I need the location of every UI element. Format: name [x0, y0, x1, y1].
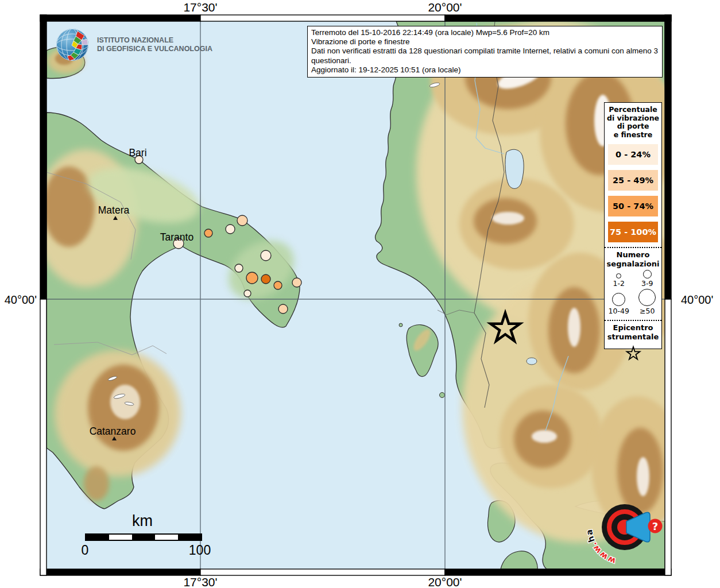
- axis-label-top-left: 17°30': [166, 1, 235, 14]
- felt-report-point: [235, 264, 243, 272]
- legend-class-2: 50 - 74%: [608, 196, 658, 216]
- legend-divider: [605, 247, 661, 248]
- felt-report-point: [244, 290, 251, 297]
- scale-bar: km 0 100: [73, 512, 211, 558]
- legend-pct-title: Percentuale: [605, 106, 661, 114]
- legend-class-3: 75 - 100%: [608, 222, 658, 242]
- ingv-name-line1: ISTITUTO NAZIONALE: [97, 36, 212, 45]
- count-bin-circle: [616, 273, 621, 278]
- legend-count-bins: 1-2 3-9 10-49 ≥50: [605, 270, 661, 315]
- haisentitoilterremoto-logo: ? www.haisentitoilterremoto.it: [579, 482, 694, 579]
- ingv-name-line2: DI GEOFISICA E VULCANOLOGIA: [97, 45, 212, 53]
- event-info-box: Terremoto del 15-10-2016 22:14:49 (ora l…: [307, 26, 663, 78]
- event-note: Dati non verificati estratti da 128 ques…: [311, 47, 659, 65]
- legend-epicenter-title: Epicentro: [605, 323, 661, 332]
- legend-class-0: 0 - 24%: [608, 144, 658, 165]
- event-title: Terremoto del 15-10-2016 22:14:49 (ora l…: [311, 28, 659, 37]
- event-updated: Aggiornato il: 19-12-2025 10:51 (ora loc…: [311, 65, 659, 75]
- epicenter-star-icon: [622, 343, 645, 363]
- axis-label-right: 40°00': [681, 293, 720, 307]
- ingv-logo: ISTITUTO NAZIONALE DI GEOFISICA E VULCAN…: [55, 26, 212, 63]
- felt-report-point: [226, 225, 235, 234]
- map-figure: BariMateraTarantoCatanzaro 17°30' 20°00'…: [0, 0, 720, 588]
- event-effect: Vibrazione di porte e finestre: [311, 37, 659, 47]
- scale-unit: km: [85, 512, 200, 530]
- axis-label-bottom-left: 17°30': [166, 575, 235, 588]
- islet: [399, 323, 402, 327]
- axis-label-bottom-right: 20°00': [411, 575, 479, 588]
- felt-report-point: [292, 278, 301, 287]
- felt-report-point: [274, 281, 282, 289]
- legend-panel: Percentuale di vibrazione di porte e fin…: [604, 102, 662, 349]
- legend-divider: [605, 320, 661, 321]
- ingv-globe-icon: [55, 26, 91, 63]
- felt-report-point: [246, 272, 258, 284]
- legend-count-title: Numero: [605, 250, 661, 260]
- logo-question-mark: ?: [652, 520, 658, 532]
- felt-report-point: [237, 215, 247, 226]
- scale-end: 100: [189, 543, 211, 558]
- axis-label-left: 40°00': [0, 293, 37, 307]
- felt-report-point: [204, 229, 212, 237]
- felt-report-point: [261, 250, 271, 261]
- felt-report-point: [261, 274, 270, 284]
- city-label: Catanzaro: [90, 425, 136, 437]
- felt-report-point: [278, 304, 288, 314]
- count-bin-circle: [638, 289, 656, 306]
- city-label: Matera: [98, 204, 130, 216]
- city-label: Taranto: [160, 231, 193, 243]
- epicenter-star-glyph: [626, 347, 640, 359]
- scale-bar-segments: [85, 533, 202, 541]
- legend-class-1: 25 - 49%: [608, 170, 658, 191]
- count-bin-circle: [643, 270, 652, 278]
- islet: [440, 393, 445, 398]
- count-bin-circle: [612, 293, 625, 306]
- scale-start: 0: [82, 543, 89, 558]
- axis-label-top-right: 20°00': [411, 1, 479, 14]
- city-label: Bari: [129, 147, 146, 158]
